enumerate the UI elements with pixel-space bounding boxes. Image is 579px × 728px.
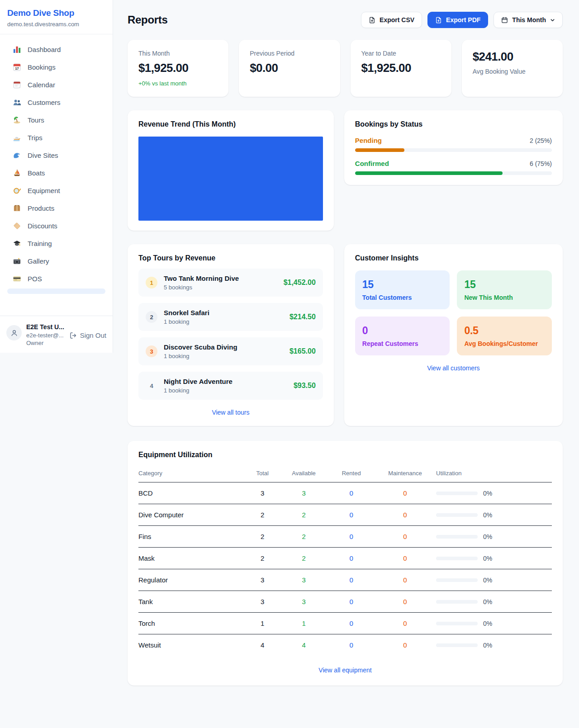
sign-out-icon: [70, 332, 77, 339]
column-header: Maintenance: [374, 465, 436, 482]
sign-out-label: Sign Out: [80, 331, 106, 339]
progress-fill: [355, 148, 404, 152]
sidebar-item-label: Products: [28, 204, 54, 212]
sidebar-item-calendar[interactable]: Calendar: [5, 76, 107, 94]
sidebar-item-bookings[interactable]: 17 Bookings: [5, 58, 107, 76]
sidebar-item-pos[interactable]: POS: [5, 270, 107, 288]
sidebar-item-reports-partial[interactable]: [7, 288, 105, 294]
utilization-track: [436, 600, 478, 604]
sidebar-item-label: Bookings: [28, 63, 56, 71]
rented-cell: 0: [328, 634, 374, 656]
sidebar-item-tours[interactable]: Tours: [5, 111, 107, 129]
sidebar-item-gallery[interactable]: Gallery: [5, 252, 107, 270]
category-cell: BCD: [138, 482, 246, 504]
stat-value: $1,925.00: [361, 61, 441, 75]
progress-fill: [355, 171, 503, 175]
sidebar-item-label: POS: [28, 275, 42, 283]
sidebar-item-dashboard[interactable]: Dashboard: [5, 41, 107, 58]
brand-domain: demo.test.divestreams.com: [7, 21, 105, 28]
utilization-track: [436, 643, 478, 647]
tour-row: 1 Two Tank Morning Dive 5 bookings $1,45…: [138, 269, 323, 297]
insight-tile-total-customers: 15 Total Customers: [355, 270, 450, 309]
stat-label: Avg Booking Value: [473, 68, 552, 75]
stat-label: Previous Period: [250, 50, 329, 57]
sidebar-item-equipment[interactable]: Equipment: [5, 182, 107, 199]
utilization-cell: 0%: [436, 511, 552, 519]
view-all-customers-link[interactable]: View all customers: [355, 364, 552, 372]
view-all-tours-link[interactable]: View all tours: [138, 409, 323, 416]
total-cell: 4: [246, 634, 279, 656]
insight-tile-new-this-month: 15 New This Month: [457, 270, 552, 309]
bookings-by-status-card: Bookings by Status Pending 2 (25%) Confi…: [344, 110, 563, 185]
equipment-utilization-title: Equipment Utilization: [138, 451, 552, 459]
insight-value: 15: [362, 279, 443, 291]
total-cell: 2: [246, 504, 279, 526]
sidebar-item-dive-sites[interactable]: Dive Sites: [5, 147, 107, 164]
utilization-percent: 0%: [483, 598, 492, 605]
export-csv-button[interactable]: Export CSV: [361, 12, 422, 28]
sidebar-item-label: Dashboard: [28, 46, 61, 53]
total-cell: 3: [246, 569, 279, 591]
sidebar-item-trips[interactable]: Trips: [5, 129, 107, 147]
equipment-utilization-card: Equipment Utilization Category Total Ava…: [128, 441, 563, 685]
total-cell: 3: [246, 591, 279, 613]
available-cell: 2: [279, 526, 329, 548]
calendar-icon: [501, 17, 508, 24]
insight-value: 15: [464, 279, 545, 291]
table-row: Tank 3 3 0 0 0%: [138, 591, 552, 613]
top-tours-card: Top Tours by Revenue 1 Two Tank Morning …: [128, 244, 334, 426]
total-cell: 1: [246, 613, 279, 634]
maintenance-cell: 0: [374, 504, 436, 526]
insight-label: Total Customers: [362, 294, 443, 301]
rented-cell: 0: [328, 591, 374, 613]
insight-value: 0.5: [464, 325, 545, 337]
tour-revenue: $1,452.00: [284, 279, 316, 287]
category-cell: Mask: [138, 548, 246, 569]
sidebar-item-customers[interactable]: Customers: [5, 94, 107, 111]
sidebar-item-boats[interactable]: Boats: [5, 164, 107, 182]
rank-badge: 3: [146, 345, 157, 357]
sign-out-button[interactable]: Sign Out: [70, 331, 106, 339]
tour-bookings: 5 bookings: [164, 284, 277, 291]
rented-cell: 0: [328, 569, 374, 591]
utilization-percent: 0%: [483, 642, 492, 649]
table-row: Wetsuit 4 4 0 0 0%: [138, 634, 552, 656]
utilization-cell: 0%: [436, 577, 552, 584]
stat-card-this-month: This Month $1,925.00 +0% vs last month: [128, 40, 228, 97]
tour-revenue: $93.50: [294, 382, 316, 390]
view-all-equipment-link[interactable]: View all equipment: [138, 667, 552, 674]
sidebar-item-products[interactable]: Products: [5, 199, 107, 217]
wave-icon: [13, 151, 21, 160]
tour-name: Snorkel Safari: [164, 309, 283, 317]
sidebar-item-discounts[interactable]: Discounts: [5, 217, 107, 235]
sidebar-user-footer: E2E Test U... e2e-tester@... Owner Sign …: [0, 316, 113, 353]
avatar: [6, 325, 22, 340]
table-row: Regulator 3 3 0 0 0%: [138, 569, 552, 591]
rented-cell: 0: [328, 482, 374, 504]
sidebar-item-training[interactable]: Training: [5, 235, 107, 252]
category-cell: Dive Computer: [138, 504, 246, 526]
column-header: Utilization: [436, 465, 552, 482]
tour-bookings: 1 booking: [164, 387, 287, 394]
stat-label: Year to Date: [361, 50, 441, 57]
user-name: E2E Test U...: [26, 323, 65, 331]
user-meta: E2E Test U... e2e-tester@... Owner: [26, 321, 65, 346]
utilization-cell: 0%: [436, 490, 552, 497]
stat-card-year-to-date: Year to Date $1,925.00: [351, 40, 451, 97]
available-cell: 1: [279, 613, 329, 634]
insight-value: 0: [362, 325, 443, 337]
period-dropdown[interactable]: This Month: [494, 12, 563, 28]
maintenance-cell: 0: [374, 548, 436, 569]
sidebar-item-label: Tours: [28, 116, 44, 124]
export-pdf-button[interactable]: Export PDF: [427, 12, 488, 28]
rank-badge: 4: [146, 380, 157, 392]
insight-label: New This Month: [464, 294, 545, 301]
sidebar-item-label: Equipment: [28, 187, 60, 194]
page-title: Reports: [128, 14, 168, 26]
tour-name: Night Dive Adventure: [164, 378, 287, 385]
utilization-percent: 0%: [483, 577, 492, 584]
calendar-date-icon: 17: [13, 63, 21, 71]
insight-label: Avg Bookings/Customer: [464, 340, 545, 347]
utilization-percent: 0%: [483, 490, 492, 497]
tour-name: Two Tank Morning Dive: [164, 274, 277, 282]
